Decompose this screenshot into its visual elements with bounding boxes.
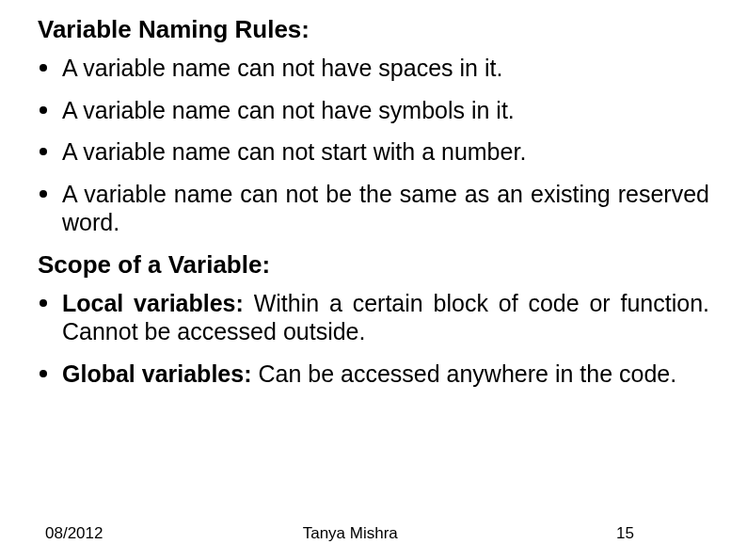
scope-lead: Local variables: bbox=[62, 290, 254, 316]
footer-page-number: 15 bbox=[616, 524, 634, 543]
list-item: A variable name can not be the same as a… bbox=[38, 180, 709, 237]
scope-rest: Can be accessed anywhere in the code. bbox=[258, 360, 676, 387]
slide-footer: 08/2012 Tanya Mishra 15 bbox=[0, 524, 747, 543]
footer-date: 08/2012 bbox=[45, 524, 103, 543]
list-item: A variable name can not start with a num… bbox=[38, 137, 709, 167]
list-item: Global variables: Can be accessed anywhe… bbox=[38, 360, 709, 389]
naming-rules-list: A variable name can not have spaces in i… bbox=[38, 54, 709, 237]
heading-naming-rules: Variable Naming Rules: bbox=[38, 15, 709, 44]
scope-list: Local variables: Within a certain block … bbox=[38, 289, 709, 389]
scope-lead: Global variables: bbox=[62, 360, 258, 387]
list-item: A variable name can not have symbols in … bbox=[38, 96, 709, 125]
footer-author: Tanya Mishra bbox=[303, 524, 398, 543]
list-item: Local variables: Within a certain block … bbox=[38, 289, 709, 346]
slide: Variable Naming Rules: A variable name c… bbox=[0, 0, 747, 560]
list-item: A variable name can not have spaces in i… bbox=[38, 54, 709, 83]
heading-scope: Scope of a Variable: bbox=[38, 250, 709, 280]
